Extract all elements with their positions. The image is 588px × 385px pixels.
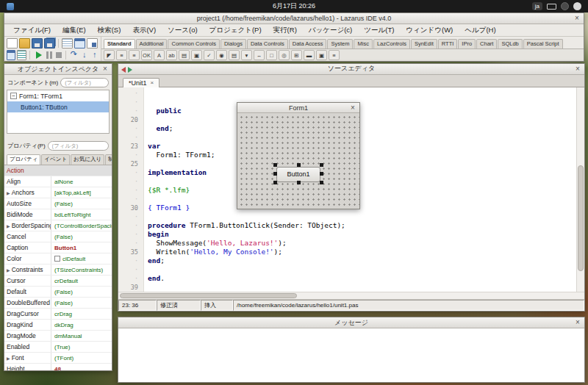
power-icon[interactable] bbox=[573, 2, 581, 10]
code-line[interactable]: ·end. bbox=[118, 274, 576, 283]
toggle-form-unit-icon[interactable] bbox=[87, 38, 98, 48]
resize-handle-sw[interactable] bbox=[273, 181, 277, 184]
source-editor-titlebar[interactable]: ソースエディタ bbox=[118, 64, 584, 75]
horizontal-scrollbar-thumb[interactable] bbox=[120, 293, 297, 298]
inspector-tab-item[interactable]: イベント bbox=[41, 154, 70, 165]
tgroupbox-icon[interactable]: □ bbox=[266, 50, 277, 60]
resize-handle-w[interactable] bbox=[273, 172, 277, 176]
palette-tab-lazcontrols[interactable]: LazControls bbox=[373, 39, 410, 48]
tbutton-icon[interactable]: OK bbox=[141, 50, 152, 60]
palette-tab-standard[interactable]: Standard bbox=[104, 39, 135, 48]
resize-handle-se[interactable] bbox=[320, 181, 323, 184]
close-icon[interactable] bbox=[573, 65, 582, 73]
palette-tab-rtti[interactable]: RTTI bbox=[438, 39, 458, 48]
property-row-cancel[interactable]: Cancel(False) bbox=[4, 231, 112, 242]
code-line[interactable]: · bbox=[118, 212, 576, 221]
code-line[interactable]: · bbox=[118, 265, 576, 274]
property-row-default[interactable]: Default(False) bbox=[4, 287, 112, 298]
palette-tab-system[interactable]: System bbox=[327, 39, 353, 48]
tpanel-icon[interactable]: ▬ bbox=[304, 50, 315, 60]
property-value[interactable]: clDefault bbox=[51, 256, 112, 262]
menu-w[interactable]: ウィンドウ(W) bbox=[400, 24, 459, 37]
property-value[interactable]: (False) bbox=[51, 201, 112, 207]
vertical-scrollbar[interactable] bbox=[576, 87, 584, 292]
property-row-font[interactable]: ▶Font(TFont) bbox=[4, 353, 112, 364]
tradiobutton-icon[interactable]: ◉ bbox=[216, 50, 227, 60]
resize-handle-s[interactable] bbox=[297, 181, 301, 184]
expand-icon[interactable]: ▶ bbox=[7, 356, 10, 361]
close-icon[interactable] bbox=[101, 65, 110, 73]
step-into-icon[interactable] bbox=[79, 50, 88, 60]
property-row-dragmode[interactable]: DragModedmManual bbox=[4, 331, 112, 342]
tradiogroup-icon[interactable]: ◎ bbox=[279, 50, 290, 60]
property-row-color[interactable]: ColorclDefault bbox=[4, 253, 112, 265]
tab-close-icon[interactable] bbox=[151, 79, 154, 86]
designed-button[interactable]: Button1 bbox=[276, 167, 320, 182]
code-line[interactable]: ·begin bbox=[118, 230, 576, 239]
palette-tab-misc[interactable]: Misc bbox=[354, 39, 372, 48]
menu-s[interactable]: 検索(S) bbox=[92, 24, 127, 37]
tcheckgroup-icon[interactable]: ⊞ bbox=[291, 50, 302, 60]
tlabel-icon[interactable]: A bbox=[154, 50, 165, 60]
resize-handle-nw[interactable] bbox=[273, 163, 277, 167]
nav-forward-icon[interactable] bbox=[128, 67, 132, 73]
vertical-scrollbar-thumb[interactable] bbox=[578, 165, 584, 272]
object-inspector-titlebar[interactable]: オブジェクトインスペクタ bbox=[4, 64, 112, 75]
property-row-autosize[interactable]: AutoSize(False) bbox=[4, 198, 112, 209]
menu-r[interactable]: 実行(R) bbox=[268, 24, 303, 37]
expand-icon[interactable]: ▶ bbox=[7, 267, 10, 273]
palette-tab-ipro[interactable]: IPro bbox=[458, 39, 476, 48]
tlistbox-icon[interactable]: ▤ bbox=[229, 50, 240, 60]
editor-tab-unit1[interactable]: *Unit1 bbox=[123, 78, 159, 88]
pointer-tool-icon[interactable]: ◤ bbox=[104, 50, 115, 60]
view-source-icon[interactable] bbox=[17, 50, 26, 60]
property-value[interactable]: (TControlBorderSpacing) bbox=[51, 223, 112, 229]
palette-tab-additional[interactable]: Additional bbox=[136, 39, 168, 48]
property-row-cursor[interactable]: CursorcrDefault bbox=[4, 276, 112, 287]
tframe-icon[interactable]: ▣ bbox=[316, 50, 327, 60]
resize-handle-ne[interactable] bbox=[320, 163, 323, 167]
property-value[interactable]: [akTop,akLeft] bbox=[51, 190, 112, 196]
tree-item-form1-tform1[interactable]: −Form1: TForm1 bbox=[7, 90, 109, 101]
property-value[interactable]: alNone bbox=[51, 179, 112, 185]
menu-t[interactable]: ツール(T) bbox=[358, 24, 400, 37]
inspector-tab-item[interactable]: お気に入り bbox=[71, 154, 104, 165]
property-row-action[interactable]: Action bbox=[4, 165, 112, 176]
close-icon[interactable] bbox=[348, 104, 357, 112]
tmainmenu-icon[interactable]: ≡ bbox=[116, 50, 127, 60]
menu-o[interactable]: ソース(o) bbox=[162, 24, 204, 37]
menu-p[interactable]: プロジェクト(P) bbox=[204, 24, 268, 37]
run-icon[interactable] bbox=[33, 50, 42, 60]
inspector-tab-item[interactable]: 制限 bbox=[105, 154, 112, 165]
tmemo-icon[interactable]: ▤ bbox=[179, 50, 190, 60]
property-value[interactable]: (False) bbox=[51, 300, 112, 306]
menu-h[interactable]: ヘルプ(H) bbox=[459, 24, 501, 37]
form-designer-titlebar[interactable]: Form1 bbox=[237, 103, 359, 113]
pause-icon[interactable] bbox=[43, 50, 52, 60]
tree-item-button1-tbutton[interactable]: Button1: TButton bbox=[7, 101, 109, 112]
new-unit-icon[interactable] bbox=[7, 38, 18, 48]
code-line[interactable]: · ShowMessage('Hello, Lazarus!'); bbox=[118, 239, 576, 248]
palette-tab-data-access[interactable]: Data Access bbox=[289, 39, 327, 48]
palette-tab-chart[interactable]: Chart bbox=[476, 39, 497, 48]
stop-icon[interactable] bbox=[54, 50, 62, 60]
language-indicator[interactable]: ja bbox=[532, 2, 542, 10]
inspector-tab-item[interactable]: プロパティ bbox=[7, 154, 40, 165]
property-row-height[interactable]: Height48 bbox=[4, 364, 112, 370]
app-indicator-icon[interactable] bbox=[7, 3, 14, 10]
tscrollbar-icon[interactable]: ↔ bbox=[254, 50, 265, 60]
messages-body[interactable] bbox=[118, 328, 584, 382]
palette-tab-sqldb[interactable]: SQLdb bbox=[498, 39, 522, 48]
nav-back-icon[interactable] bbox=[121, 67, 126, 73]
tcheckbox-icon[interactable]: ✓ bbox=[204, 50, 215, 60]
collapse-icon[interactable]: − bbox=[10, 93, 17, 99]
clock[interactable]: 6月17日 20:26 bbox=[273, 1, 315, 11]
property-row-align[interactable]: AlignalNone bbox=[4, 176, 112, 187]
ttogglebox-icon[interactable]: ▣ bbox=[191, 50, 202, 60]
property-value[interactable]: dkDrag bbox=[51, 322, 112, 328]
component-filter-input[interactable] bbox=[60, 78, 109, 87]
property-row-dragkind[interactable]: DragKinddkDrag bbox=[4, 320, 112, 331]
expand-icon[interactable]: ▶ bbox=[7, 190, 10, 195]
code-line[interactable]: · bbox=[118, 89, 576, 98]
property-filter-input[interactable] bbox=[48, 141, 109, 151]
